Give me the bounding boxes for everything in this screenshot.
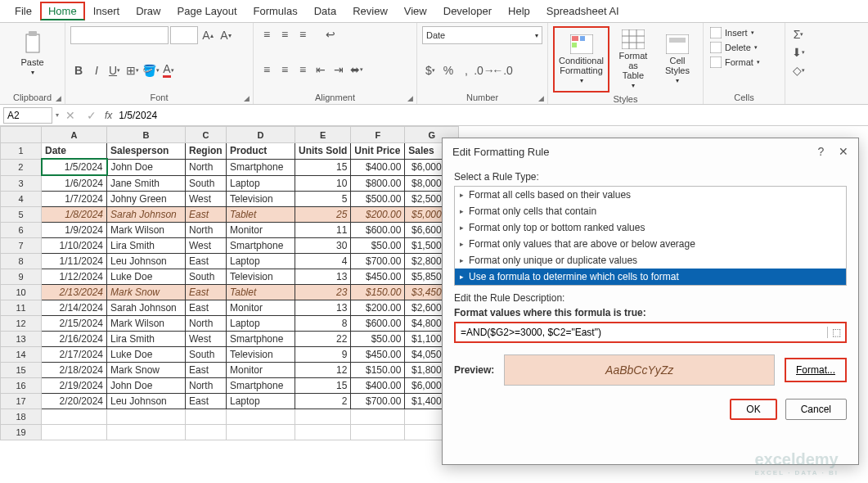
cell-E7[interactable]: 30 (295, 238, 351, 254)
inc-decimal-icon[interactable]: .0→ (476, 62, 492, 79)
cell-D13[interactable]: Smartphone (227, 332, 295, 347)
paste-button[interactable]: Paste ▾ (5, 26, 60, 79)
cell-F2[interactable]: $400.00 (351, 159, 405, 175)
cell-E4[interactable]: 5 (295, 192, 351, 207)
rule-type-option[interactable]: Format all cells based on their values (455, 187, 846, 203)
col-head-E[interactable]: E (295, 127, 351, 143)
number-format-select[interactable]: Date▾ (422, 26, 542, 44)
font-name-select[interactable] (70, 26, 169, 44)
cell-E13[interactable]: 22 (295, 332, 351, 347)
cell-C3[interactable]: South (186, 175, 227, 192)
cell-F9[interactable]: $450.00 (351, 269, 405, 285)
cell-B7[interactable]: Lira Smith (107, 238, 186, 254)
menu-draw[interactable]: Draw (128, 2, 169, 20)
fx-icon[interactable]: fx (105, 110, 112, 121)
cell-B9[interactable]: Luke Doe (107, 269, 186, 285)
col-head-A[interactable]: A (42, 127, 107, 143)
cell-F7[interactable]: $50.00 (351, 238, 405, 254)
insert-cells-button[interactable]: Insert ▾ (708, 26, 780, 39)
cell-D11[interactable]: Monitor (227, 300, 295, 316)
autosum-icon[interactable]: Σ▾ (790, 26, 807, 43)
cell-B18[interactable] (107, 409, 186, 425)
cell-D6[interactable]: Monitor (227, 223, 295, 238)
align-top-icon[interactable]: ≡ (259, 26, 275, 43)
cell-F11[interactable]: $200.00 (351, 300, 405, 316)
comma-icon[interactable]: , (458, 62, 474, 79)
italic-icon[interactable]: I (88, 62, 105, 79)
cell-E17[interactable]: 2 (295, 394, 351, 409)
conditional-formatting-button[interactable]: Conditional Formatting▾ (553, 26, 609, 93)
percent-icon[interactable]: % (440, 62, 456, 79)
cell-F15[interactable]: $150.00 (351, 363, 405, 378)
font-size-select[interactable] (170, 26, 198, 44)
cancel-formula-icon[interactable]: ✕ (62, 107, 79, 124)
indent-dec-icon[interactable]: ⇤ (313, 61, 329, 78)
cell-F10[interactable]: $150.00 (351, 285, 405, 300)
row-head-7[interactable]: 7 (1, 238, 42, 254)
cell-B14[interactable]: Luke Doe (107, 347, 186, 363)
rule-type-option[interactable]: Format only values that are above or bel… (455, 236, 846, 252)
row-head-17[interactable]: 17 (1, 394, 42, 409)
bold-icon[interactable]: B (70, 62, 87, 79)
rule-type-option[interactable]: Use a formula to determine which cells t… (455, 269, 846, 285)
menu-data[interactable]: Data (306, 2, 344, 20)
menu-formulas[interactable]: Formulas (245, 2, 306, 20)
cell-E18[interactable] (295, 409, 351, 425)
help-icon[interactable]: ? (818, 145, 825, 158)
col-head-C[interactable]: C (186, 127, 227, 143)
cell-F4[interactable]: $500.00 (351, 192, 405, 207)
row-head-9[interactable]: 9 (1, 269, 42, 285)
rule-type-option[interactable]: Format only top or bottom ranked values (455, 219, 846, 236)
cell-F18[interactable] (351, 409, 405, 425)
ok-button[interactable]: OK (730, 399, 776, 420)
row-head-15[interactable]: 15 (1, 363, 42, 378)
cell-D14[interactable]: Television (227, 347, 295, 363)
rule-type-option[interactable]: Format only cells that contain (455, 203, 846, 219)
cell-E11[interactable]: 13 (295, 300, 351, 316)
cell-A6[interactable]: 1/9/2024 (42, 223, 107, 238)
cell-B15[interactable]: Mark Snow (107, 363, 186, 378)
cell-E15[interactable]: 12 (295, 363, 351, 378)
cell-C18[interactable] (186, 409, 227, 425)
cell-C17[interactable]: East (186, 394, 227, 409)
cell-C16[interactable]: North (186, 378, 227, 394)
number-launcher-icon[interactable]: ◢ (538, 94, 544, 102)
cell-C14[interactable]: South (186, 347, 227, 363)
cell-B16[interactable]: John Doe (107, 378, 186, 394)
cell-B12[interactable]: Mark Wilson (107, 316, 186, 332)
row-head-5[interactable]: 5 (1, 207, 42, 223)
cell-E16[interactable]: 15 (295, 378, 351, 394)
cell-F3[interactable]: $800.00 (351, 175, 405, 192)
row-head-12[interactable]: 12 (1, 316, 42, 332)
cell-D19[interactable] (227, 425, 295, 440)
cell-A11[interactable]: 2/14/2024 (42, 300, 107, 316)
header-cell[interactable]: Product (227, 143, 295, 160)
row-head-6[interactable]: 6 (1, 223, 42, 238)
header-cell[interactable]: Region (186, 143, 227, 160)
cell-D3[interactable]: Laptop (227, 175, 295, 192)
cell-F13[interactable]: $50.00 (351, 332, 405, 347)
cell-D8[interactable]: Laptop (227, 254, 295, 269)
cell-A16[interactable]: 2/19/2024 (42, 378, 107, 394)
cell-A14[interactable]: 2/17/2024 (42, 347, 107, 363)
menu-home[interactable]: Home (40, 2, 85, 20)
cell-F19[interactable] (351, 425, 405, 440)
cell-E9[interactable]: 13 (295, 269, 351, 285)
currency-icon[interactable]: $▾ (422, 62, 438, 79)
merge-icon[interactable]: ⬌▾ (349, 61, 365, 78)
align-right-icon[interactable]: ≡ (295, 61, 311, 78)
cell-D15[interactable]: Monitor (227, 363, 295, 378)
cell-F8[interactable]: $700.00 (351, 254, 405, 269)
menu-spreadsheet-ai[interactable]: Spreadsheet AI (538, 2, 627, 20)
close-icon[interactable]: ✕ (839, 145, 848, 158)
cell-C10[interactable]: East (186, 285, 227, 300)
cell-D17[interactable]: Laptop (227, 394, 295, 409)
row-head-18[interactable]: 18 (1, 409, 42, 425)
menu-page-layout[interactable]: Page Layout (169, 2, 245, 20)
cell-E2[interactable]: 15 (295, 159, 351, 175)
cell-B11[interactable]: Sarah Johnson (107, 300, 186, 316)
cell-F12[interactable]: $600.00 (351, 316, 405, 332)
cell-A9[interactable]: 1/12/2024 (42, 269, 107, 285)
cell-C19[interactable] (186, 425, 227, 440)
cell-C9[interactable]: South (186, 269, 227, 285)
